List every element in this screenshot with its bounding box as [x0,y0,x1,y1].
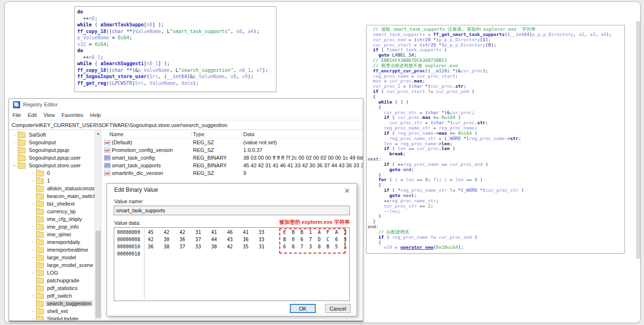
folder-icon [36,278,44,284]
tree-item-1[interactable]: ›1 [9,177,95,185]
tree-item-label: SalSoft [27,132,47,138]
reg-sz-icon: ab [104,171,110,176]
ok-button[interactable]: OK [290,304,316,313]
tree-item-SogouInput.ppup.user[interactable]: SogouInput.ppup.user [9,154,95,162]
hex-ascii: B 0 6 7 D C 6 3 [283,236,348,243]
chevron-right-icon[interactable]: › [30,293,35,298]
folder-icon [36,255,44,261]
value-name-label: Value name: [114,198,357,204]
hex-byte: 33 [259,236,264,243]
code-line: ff_copy_18((char **)&p_ValueName, L"sear… [77,67,276,74]
chevron-right-icon[interactable]: › [30,316,35,320]
hex-byte: 42 [179,229,185,236]
tree-item-SogouInput.ppup[interactable]: SogouInput.ppup [9,146,95,154]
chevron-right-icon[interactable]: › [30,178,35,183]
folder-icon [36,178,44,184]
tree-item-label: large_model [46,255,78,260]
menu-view[interactable]: View [40,112,59,118]
column-header-name[interactable]: Name [101,131,191,137]
tree-item-0[interactable]: ›0 [9,169,95,177]
menu-favorites[interactable]: Favorites [58,112,86,118]
column-header-data[interactable]: Data [242,131,363,137]
tree-item-ime_cfg_shiply[interactable]: ime_cfg_shiply [9,215,95,223]
cancel-button[interactable]: Cancel [325,304,351,313]
value-name: smart_task_config [112,155,155,161]
chevron-right-icon[interactable]: › [30,201,35,206]
menu-help[interactable]: Help [87,112,105,118]
tree-item-label: allskin_statusiconstatistics [46,186,95,191]
tree-item-label: currency_tip [46,209,77,214]
chevron-right-icon[interactable]: › [30,270,35,275]
code-line: p_ValueName = 0i64; [77,35,276,41]
tree-item-pdf_switch[interactable]: ›pdf_switch [9,292,95,300]
registry-value-row[interactable]: absmartinfo_dic_versionREG_SZ9 [101,169,363,177]
chevron-right-icon[interactable]: › [30,240,35,244]
chevron-right-icon[interactable]: › [30,309,35,313]
tree-item-label: SogouInput.ppup [27,147,71,153]
chevron-right-icon[interactable]: › [30,255,35,260]
dialog-title: Edit Binary Value [107,184,357,196]
hex-address: 00000008 [117,236,140,243]
value-name-input[interactable]: smart_task_supports [114,206,350,215]
chevron-right-icon[interactable]: › [30,247,35,252]
tree-item-biz_shellext[interactable]: ›biz_shellext [9,200,95,208]
tree-scrollbar[interactable]: ▲ [95,130,101,320]
chevron-right-icon[interactable]: › [30,171,35,175]
folder-icon [36,293,44,299]
tree-item-currency_tip[interactable]: currency_tip [9,208,95,215]
hex-byte: 36 [179,236,185,243]
tree-item-beacon_main_switch[interactable]: beacon_main_switch [9,192,95,200]
chevron-right-icon[interactable]: › [12,132,17,137]
value-data-row: Value data: 被加密的 explorer.exe 字符串 [114,219,350,226]
tree-item-ShiplyUpdate[interactable]: ›ShiplyUpdate [9,315,95,320]
code-line: goto end; [367,167,624,173]
column-header-type[interactable]: Type [191,131,242,137]
close-icon[interactable]: ✕ [342,186,352,195]
menu-edit[interactable]: Edit [24,112,40,118]
hex-address: 00000010 [117,243,140,250]
pseudocode-panel-right: // 读取 smart_task_supports 注册表, 获取到 explo… [366,25,625,254]
value-data: 9 [242,170,363,176]
chevron-down-icon[interactable]: › [12,163,17,168]
folder-icon [36,286,44,291]
chevron-right-icon[interactable]: › [30,224,35,229]
tree-item-patchupgrade[interactable]: patchupgrade [9,277,95,284]
hex-address: 00000018 [117,250,140,257]
tree-item-imereportdaily[interactable]: ›imereportdaily [9,238,95,246]
tree-item-large_model_scene[interactable]: large_model_scene [9,261,95,269]
tree-item-search_suggestion[interactable]: search_suggestion [9,300,95,307]
tree-item-SogouInput[interactable]: ›SogouInput [9,139,95,146]
tree-item-pdf_statistics[interactable]: pdf_statistics [9,284,95,292]
registry-value-row[interactable]: ab(Default)REG_SZ(value not set) [101,139,363,146]
registry-value-row[interactable]: abPromotion_config_versionREG_SZ1.0.0.37 [101,146,363,154]
hex-byte: 42 [164,229,169,236]
tree-item-label: ime_pop_info [46,224,80,230]
menu-file[interactable]: File [9,112,24,118]
tree-item-ime_qimei[interactable]: ime_qimei [9,231,95,238]
hex-address: 00000000 [117,229,140,236]
outer-scrollbar[interactable] [636,21,640,259]
hex-editor[interactable]: 000000004542423141464133E B B 1 A F A 30… [114,227,350,301]
registry-value-row[interactable]: 11010110smart_task_configREG_BINARY38 03… [101,154,363,162]
tree-item-label: pdf_switch [46,293,73,299]
address-bar[interactable]: Computer\HKEY_CURRENT_USER\SOFTWARE\Sogo… [9,120,363,130]
tree-item-large_model[interactable]: ›large_model [9,254,95,261]
tree-item-ime_pop_info[interactable]: ›ime_pop_info [9,223,95,231]
hex-byte: 42 [227,243,233,250]
code-line: while ( 1 ) [367,100,624,105]
tree-item-label: 1 [46,178,51,184]
tree-item-SogouInput.store.user[interactable]: ›SogouInput.store.user [9,162,95,169]
chevron-right-icon[interactable]: › [12,140,17,145]
tree-item-allskin_statusiconstatistics[interactable]: allskin_statusiconstatistics [9,185,95,192]
tree-item-label: 0 [46,170,51,176]
title-bar[interactable]: Registry Editor [9,99,363,110]
registry-value-row[interactable]: 11010110smart_task_supportsREG_BINARY45 … [101,162,363,169]
tree-item-imereportrealtime[interactable]: ›imereportrealtime [9,246,95,254]
tree-item-LOG[interactable]: ›LOG [9,269,95,277]
tree-item-label: SogouInput [27,139,57,145]
code-line: ff_get_reg((LPCWSTR)Src, ValueName, data… [77,80,276,87]
scrollbar-thumb[interactable] [95,231,101,318]
tree-item-shell_ext[interactable]: ›shell_ext [9,307,95,315]
value-type: REG_SZ [191,139,242,145]
tree-item-SalSoft[interactable]: ›SalSoft [9,131,95,139]
